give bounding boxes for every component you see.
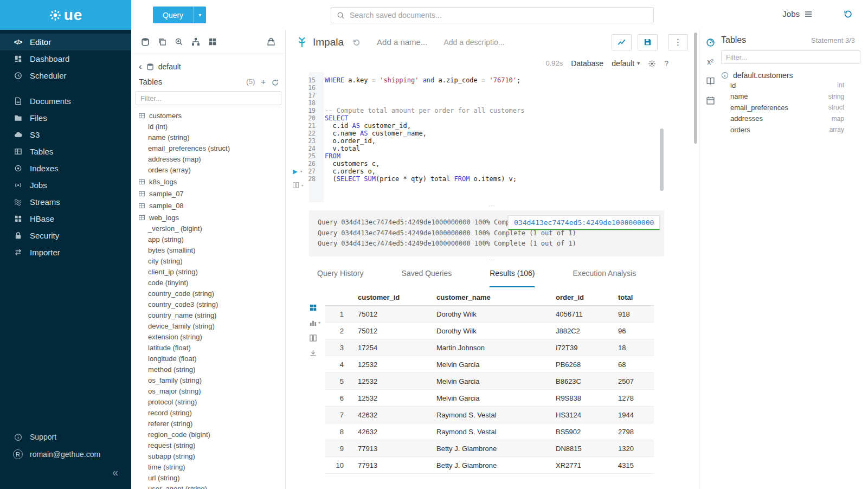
more-actions-button[interactable]: ⋮	[668, 34, 688, 50]
results-row[interactable]: 1077913Betty J. GiambroneXR27714315	[325, 457, 654, 474]
hue-logo[interactable]: ue	[0, 0, 131, 30]
assist-table-sample-08[interactable]: sample_08	[131, 200, 285, 211]
search-input[interactable]	[350, 11, 648, 20]
active-table-name[interactable]: default.customers	[733, 71, 793, 80]
panel-column-orders[interactable]: ordersarray	[721, 124, 860, 136]
sidebar-item-tables[interactable]: Tables	[0, 143, 131, 160]
assist-column[interactable]: latitude (float)	[131, 343, 285, 353]
jobs-link[interactable]: Jobs	[782, 9, 813, 18]
assist-column[interactable]: record (string)	[131, 408, 285, 419]
language-reference-book-icon[interactable]	[706, 76, 715, 86]
chart-view-button[interactable]: ▾	[309, 319, 320, 327]
assist-column[interactable]: client_ip (string)	[131, 267, 285, 278]
assist-column[interactable]: device_family (string)	[131, 321, 285, 332]
results-row[interactable]: 512532Melvin GarciaB8623C2507	[325, 373, 654, 390]
info-icon[interactable]	[721, 72, 729, 79]
results-row[interactable]: 412532Melvin GarciaPB626868	[325, 356, 654, 373]
back-chevron-icon[interactable]: ‹	[139, 62, 142, 71]
execute-button[interactable]: ▶ ▾	[293, 166, 303, 176]
sidebar-item-dashboard[interactable]: Dashboard	[0, 50, 131, 67]
assist-column[interactable]: url (string)	[131, 473, 285, 484]
assist-breadcrumb[interactable]: ‹ default	[131, 54, 285, 72]
save-button[interactable]	[638, 34, 658, 50]
query-id-link[interactable]: 034d413ec7474ed5:4249de1000000000	[514, 218, 654, 227]
assist-filter-input[interactable]	[136, 91, 281, 105]
panel-column-email-preferences[interactable]: email_preferencesstruct	[721, 102, 860, 113]
tab-execution-analysis[interactable]: Execution Analysis	[573, 269, 636, 287]
assist-column[interactable]: name (string)	[131, 132, 285, 143]
resize-handle-top[interactable]: ⋯	[286, 202, 699, 209]
results-row[interactable]: 977913Betty J. GiambroneDN88151320	[325, 440, 654, 457]
sidebar-item-indexes[interactable]: Indexes	[0, 160, 131, 177]
databases-icon[interactable]	[141, 37, 150, 46]
editor-scrollbar[interactable]	[660, 128, 664, 191]
code-editor[interactable]: 15WHERE a.key = 'shipping' and a.zip_cod…	[286, 72, 699, 202]
tab-results-106[interactable]: Results (106)	[490, 269, 535, 287]
assist-column[interactable]: request (string)	[131, 440, 285, 451]
assist-column[interactable]: orders (array)	[131, 165, 285, 176]
query-id-tooltip[interactable]: 034d413ec7474ed5:4249de1000000000	[508, 215, 660, 230]
sidebar-item-jobs[interactable]: Jobs	[0, 177, 131, 194]
documents-copy-icon[interactable]	[158, 37, 166, 46]
sidebar-item-importer[interactable]: Importer	[0, 244, 131, 261]
results-row[interactable]: 742632Raymond S. VestalHS31241944	[325, 407, 654, 423]
assist-column[interactable]: _version_ (bigint)	[131, 223, 285, 234]
execute-caret-icon[interactable]: ▾	[300, 169, 303, 174]
breadcrumb-database-name[interactable]: default	[158, 62, 181, 71]
assist-column[interactable]: addresses (map)	[131, 154, 285, 165]
assist-table-customers[interactable]: customers	[131, 110, 285, 121]
editor-options-button[interactable]: ▾	[292, 182, 304, 189]
sidebar-footer-support[interactable]: Support	[0, 428, 131, 446]
assist-column[interactable]: os_major (string)	[131, 386, 285, 397]
code-line[interactable]: 19-- Compute total amount per order for …	[286, 107, 699, 114]
results-column-header[interactable]: order_id	[556, 289, 618, 306]
collections-bag-icon[interactable]	[267, 37, 275, 46]
sidebar-item-hbase[interactable]: HBase	[0, 210, 131, 227]
settings-button[interactable]	[648, 59, 656, 68]
code-line[interactable]: 25FROM	[286, 152, 699, 160]
results-row[interactable]: 275012Dorothy WilkJ882C296	[325, 323, 654, 339]
grid-view-button[interactable]	[309, 304, 320, 312]
assist-column[interactable]: user_agent (string)	[131, 484, 285, 489]
code-line[interactable]: 15WHERE a.key = 'shipping' and a.zip_cod…	[286, 76, 699, 84]
sitemap-icon[interactable]	[191, 37, 200, 46]
assist-table-sample-07[interactable]: sample_07	[131, 188, 285, 200]
assist-column[interactable]: country_code (string)	[131, 288, 285, 299]
query-description-input[interactable]: Add a descriptio...	[443, 38, 504, 47]
assist-column[interactable]: longitude (float)	[131, 353, 285, 364]
sidebar-item-documents[interactable]: Documents	[0, 93, 131, 110]
new-query-button[interactable]: Query ▾	[153, 7, 206, 23]
assist-column[interactable]: time (string)	[131, 462, 285, 473]
assist-column[interactable]: method (string)	[131, 364, 285, 375]
query-dropdown-caret-icon[interactable]: ▾	[193, 7, 206, 23]
code-line[interactable]: 26 customers c,	[286, 160, 699, 168]
schedule-calendar-icon[interactable]	[706, 96, 715, 105]
sidebar-collapse-button[interactable]: «	[0, 463, 131, 481]
results-row[interactable]: 612532Melvin GarciaR9S8381278	[325, 390, 654, 407]
assist-column[interactable]: app (string)	[131, 234, 285, 245]
code-line[interactable]: 27 c.orders o,	[286, 168, 699, 175]
main-scrollbar[interactable]	[694, 33, 697, 144]
assist-column[interactable]: referer (string)	[131, 419, 285, 429]
functions-icon[interactable]: x²	[707, 57, 713, 66]
code-line[interactable]: 23 o.order_id,	[286, 137, 699, 145]
sidebar-item-scheduler[interactable]: Scheduler	[0, 67, 131, 84]
code-line[interactable]: 22 c.name AS customer_name,	[286, 130, 699, 137]
code-line[interactable]: 18	[286, 99, 699, 107]
code-line[interactable]: 16	[286, 84, 699, 92]
help-button[interactable]: ?	[664, 59, 668, 68]
sidebar-item-files[interactable]: Files	[0, 110, 131, 126]
assist-column[interactable]: bytes (smallint)	[131, 245, 285, 256]
download-results-button[interactable]	[309, 349, 320, 357]
assist-column[interactable]: country_name (string)	[131, 310, 285, 321]
assist-column[interactable]: os_family (string)	[131, 375, 285, 386]
assist-column[interactable]: protocol (string)	[131, 397, 285, 408]
assist-table-k8s-logs[interactable]: k8s_logs	[131, 176, 285, 188]
right-panel-filter-input[interactable]	[721, 50, 860, 64]
assist-column[interactable]: extension (string)	[131, 332, 285, 343]
assist-column[interactable]: id (int)	[131, 121, 285, 132]
sidebar-item-streams[interactable]: Streams	[0, 194, 131, 210]
tab-query-history[interactable]: Query History	[317, 269, 364, 287]
zoom-in-icon[interactable]	[175, 37, 183, 46]
code-line[interactable]: 21 c.id AS customer_id,	[286, 122, 699, 130]
